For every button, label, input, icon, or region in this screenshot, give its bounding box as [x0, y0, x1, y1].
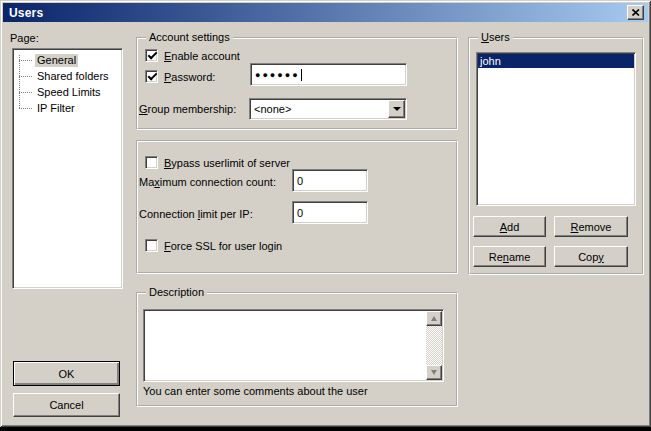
enable-account-label: Enable account: [164, 50, 240, 63]
window-title: Users: [9, 6, 43, 20]
rename-button[interactable]: Rename: [473, 246, 546, 267]
connection-limit-per-ip-value: 0: [297, 207, 303, 219]
scroll-down-button[interactable]: [426, 365, 442, 380]
users-list[interactable]: john: [476, 52, 636, 206]
tree-item-ip-filter[interactable]: IP Filter: [13, 100, 122, 116]
connection-limit-per-ip-label: Connection limit per IP:: [139, 208, 253, 221]
ok-button-label: OK: [59, 368, 75, 380]
cancel-button[interactable]: Cancel: [13, 393, 120, 417]
max-connection-count-input[interactable]: 0: [292, 169, 368, 192]
vertical-scrollbar[interactable]: [426, 311, 442, 380]
add-button-label: Add: [500, 221, 520, 233]
force-ssl-label: Force SSL for user login: [164, 240, 282, 253]
tree-branch-icon: [19, 108, 32, 109]
copy-button[interactable]: Copy: [554, 246, 628, 267]
add-button[interactable]: Add: [473, 216, 546, 237]
password-label: Password:: [164, 71, 215, 84]
max-connection-count-label: Maximum connection count:: [139, 176, 276, 189]
description-input[interactable]: [143, 309, 444, 382]
page-tree[interactable]: General Shared folders Speed Limits IP F…: [12, 48, 123, 289]
list-item-john[interactable]: john: [478, 54, 634, 68]
tree-item-shared-folders[interactable]: Shared folders: [13, 68, 122, 84]
description-group-title: Description: [146, 286, 207, 299]
group-membership-select[interactable]: <none>: [249, 98, 407, 120]
text-caret: [301, 69, 302, 81]
title-bar[interactable]: Users: [3, 3, 648, 22]
tree-item-label: Speed Limits: [35, 86, 103, 99]
tree-item-label: General: [35, 54, 78, 67]
tree-item-speed-limits[interactable]: Speed Limits: [13, 84, 122, 100]
description-value: [146, 312, 424, 379]
copy-button-label: Copy: [578, 251, 604, 263]
bypass-userlimit-checkbox[interactable]: [145, 156, 158, 169]
users-group-title: Users: [478, 31, 513, 44]
group-membership-label: Group membership:: [139, 103, 236, 116]
rename-button-label: Rename: [489, 251, 531, 263]
close-icon: [632, 9, 640, 16]
scroll-down-icon: [431, 370, 437, 375]
scroll-up-icon: [431, 316, 437, 321]
group-membership-value: <none>: [254, 103, 291, 115]
force-ssl-checkbox[interactable]: [145, 239, 158, 252]
combo-dropdown-button[interactable]: [388, 100, 405, 118]
tree-branch-icon: [19, 76, 32, 77]
close-button[interactable]: [627, 5, 644, 20]
connection-limit-per-ip-input[interactable]: 0: [292, 201, 368, 224]
bypass-userlimit-label: Bypass userlimit of server: [164, 157, 290, 170]
chevron-down-icon: [393, 107, 401, 111]
tree-branch-icon: [19, 60, 32, 61]
desktop-background: [0, 427, 651, 431]
account-settings-group-title: Account settings: [146, 31, 233, 44]
scroll-up-button[interactable]: [426, 311, 442, 326]
tree-item-label: IP Filter: [35, 102, 77, 115]
password-checkbox[interactable]: [145, 70, 158, 83]
enable-account-checkbox[interactable]: [145, 49, 158, 62]
password-masked-value: ●●●●●●: [255, 70, 300, 80]
users-dialog: Users Page: General Shared folders Speed…: [0, 0, 651, 427]
remove-button[interactable]: Remove: [554, 216, 628, 237]
tree-branch-icon: [19, 92, 32, 93]
cancel-button-label: Cancel: [49, 399, 83, 411]
description-hint: You can enter some comments about the us…: [143, 385, 368, 398]
password-input[interactable]: ●●●●●●: [250, 63, 407, 86]
ok-button[interactable]: OK: [13, 361, 120, 386]
tree-item-label: Shared folders: [35, 70, 111, 83]
max-connection-count-value: 0: [297, 175, 303, 187]
tree-item-general[interactable]: General: [13, 52, 122, 68]
remove-button-label: Remove: [571, 221, 612, 233]
page-label: Page:: [10, 32, 39, 45]
